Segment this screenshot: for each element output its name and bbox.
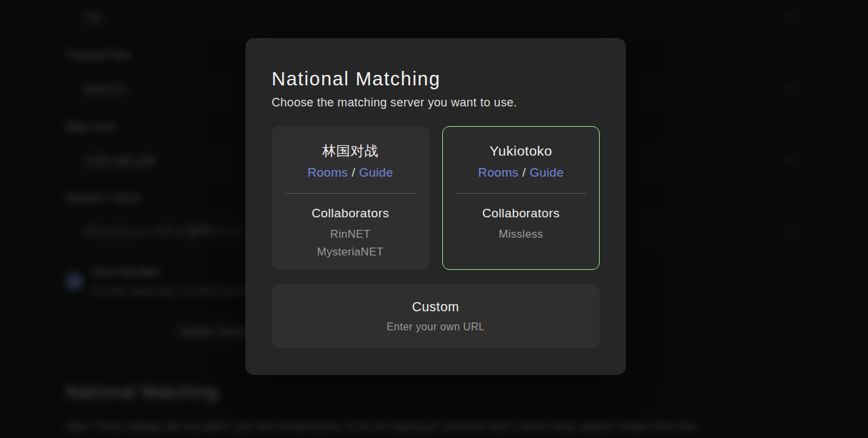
custom-card-title: Custom (412, 299, 459, 315)
collaborator-name: Missless (443, 225, 599, 243)
custom-card-subtitle: Enter your own URL (386, 320, 484, 333)
custom-server-card[interactable]: Custom Enter your own URL (272, 284, 600, 348)
server-links: Rooms / Guide (443, 165, 599, 180)
link-separator: / (352, 165, 356, 179)
server-name: 林国对战 (272, 143, 428, 159)
app-window: Lily ▾ Trophy/Title WACCA ▾ Map Icon 天空の… (0, 0, 868, 438)
server-card-yukiotoko[interactable]: Yukiotoko Rooms / Guide Collaborators Mi… (442, 126, 600, 270)
card-divider (456, 193, 586, 194)
guide-link[interactable]: Guide (359, 165, 393, 179)
collaborators-heading: Collaborators (272, 206, 428, 221)
rooms-link[interactable]: Rooms (478, 165, 519, 179)
link-separator: / (522, 165, 526, 179)
guide-link[interactable]: Guide (529, 165, 564, 179)
collaborator-name: RinNET (272, 225, 428, 243)
collaborator-name: MysteriaNET (272, 243, 428, 261)
card-divider (285, 193, 415, 194)
server-links: Rooms / Guide (272, 165, 428, 180)
modal-subtitle: Choose the matching server you want to u… (272, 95, 600, 110)
modal-title: National Matching (272, 68, 600, 89)
collaborators-heading: Collaborators (443, 206, 599, 221)
server-card-linguo[interactable]: 林国对战 Rooms / Guide Collaborators RinNET … (272, 126, 429, 270)
server-name: Yukiotoko (443, 143, 599, 159)
national-matching-modal: National Matching Choose the matching se… (245, 38, 626, 375)
rooms-link[interactable]: Rooms (308, 165, 348, 179)
server-cards-row: 林国对战 Rooms / Guide Collaborators RinNET … (272, 126, 600, 270)
